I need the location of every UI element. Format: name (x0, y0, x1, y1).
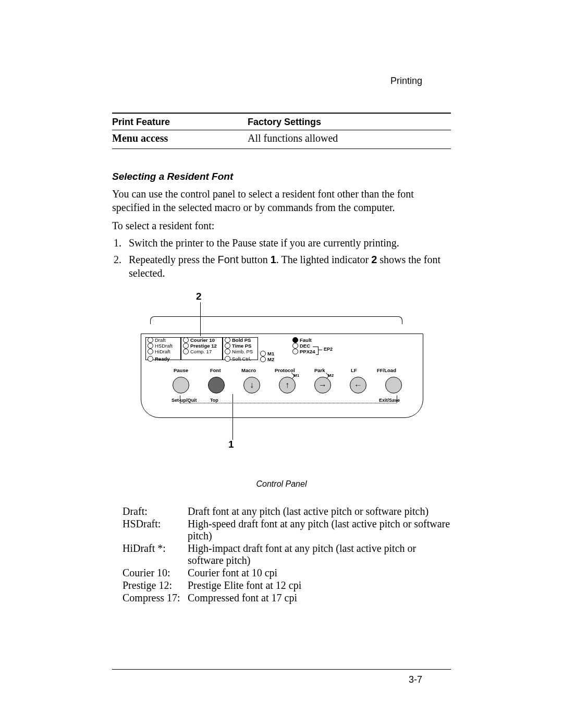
intro-paragraph: You can use the control panel to select … (112, 188, 451, 214)
btn-label-lf: LF (351, 367, 357, 373)
page-number: 3-7 (409, 674, 422, 685)
def-prestige12: Prestige 12:Prestige Elite font at 12 cp… (123, 579, 451, 591)
section-heading: Selecting a Resident Font (112, 171, 451, 182)
btn-label-protocol: Protocol (275, 367, 295, 373)
t: button (239, 254, 271, 265)
led-courier-10: Courier 10 (183, 337, 217, 343)
callout-line (232, 394, 233, 440)
up-arrow-icon: ↑ (285, 380, 289, 390)
callout-ref-2: 2 (371, 254, 377, 265)
under-label-setup: Set-up/Quit (172, 398, 197, 403)
header-section-label: Printing (390, 76, 422, 87)
col-header-factory-settings: Factory Settings (248, 117, 451, 128)
font-definitions: Draft:Draft font at any pitch (last acti… (123, 505, 451, 604)
table-row: Menu access All functions allowed (112, 130, 451, 149)
def-courier10: Courier 10:Courier font at 10 cpi (123, 567, 451, 579)
led-time-ps: Time PS (225, 343, 253, 349)
led-prestige-12: Prestige 12 (183, 343, 217, 349)
callout-ref-1: 1 (271, 254, 276, 265)
led-soft-ctrl: Soft Ctrl. (225, 356, 253, 362)
led-fault: Fault (292, 337, 315, 343)
park-button[interactable]: → (314, 377, 331, 393)
led-draft: Draft (148, 337, 173, 343)
led-m1: M1 (260, 351, 274, 356)
led-ppx24: PPX24 (292, 349, 315, 354)
def-hidraft: HiDraft *:High-impact draft font at any … (123, 542, 451, 566)
cell-all-functions: All functions allowed (248, 132, 451, 144)
t: . The lighted indicator (276, 254, 371, 265)
down-arrow-icon: ↓ (250, 380, 254, 390)
figure-caption: Control Panel (112, 479, 451, 489)
led-dec: DEC (292, 343, 315, 349)
left-arrow-icon: ← (354, 380, 362, 390)
under-label-top: Top (210, 398, 218, 403)
control-panel-diagram: 2 Draft HSDraft HiDraft Ready Courier 10… (141, 293, 422, 460)
steps-list: 1. Switch the printer to the Pause state… (112, 236, 451, 280)
lf-button[interactable]: ← (350, 377, 366, 393)
lead-in-text: To select a resident font: (112, 219, 451, 233)
panel-outline: Draft HSDraft HiDraft Ready Courier 10 P… (141, 334, 423, 418)
step-number: 2. (112, 253, 121, 280)
step-1: 1. Switch the printer to the Pause state… (112, 236, 451, 250)
ep2-label: EP2 (324, 347, 333, 352)
step-text: Repeatedly press the Font button 1. The … (129, 253, 451, 280)
macro-button[interactable]: ↓ (243, 377, 260, 393)
document-page: Printing Print Feature Factory Settings … (0, 0, 563, 728)
btn-label-macro: Macro (241, 367, 256, 373)
led-hsdraft: HSDraft (148, 343, 173, 349)
t: Repeatedly press the (129, 254, 218, 265)
led-comp-17: Comp. 17 (183, 349, 217, 354)
btn-label-park: Park (314, 367, 325, 373)
step-2: 2. Repeatedly press the Font button 1. T… (112, 253, 451, 280)
btn-label-font: Font (210, 367, 221, 373)
btn-label-ffload: FF/Load (377, 367, 396, 373)
step-number: 1. (112, 236, 121, 250)
led-nimb-ps: Nimb. PS (225, 349, 253, 354)
def-compress17: Compress 17:Compressed font at 17 cpi (123, 592, 451, 604)
def-draft: Draft:Draft font at any pitch (last acti… (123, 505, 451, 517)
pause-button[interactable] (173, 377, 189, 393)
led-hidraft: HiDraft (148, 349, 173, 354)
ffload-button[interactable] (385, 377, 402, 393)
font-button-ref: Font (218, 254, 239, 265)
cell-menu-access: Menu access (112, 132, 248, 144)
col-header-print-feature: Print Feature (112, 117, 248, 128)
table-header-row: Print Feature Factory Settings (112, 114, 451, 130)
buttons-row: ↓ ↑ → ← (173, 377, 402, 393)
footer-rule (112, 669, 451, 670)
protocol-button[interactable]: ↑ (279, 377, 296, 393)
callout-number-1: 1 (228, 439, 234, 450)
led-ready: Ready (148, 356, 173, 362)
btn-label-pause: Pause (174, 367, 188, 373)
def-hsdraft: HSDraft:High-speed draft font at any pit… (123, 518, 451, 542)
led-bold-ps: Bold PS (225, 337, 253, 343)
step-text: Switch the printer to the Pause state if… (129, 236, 451, 250)
font-button[interactable] (208, 377, 225, 393)
settings-table: Print Feature Factory Settings Menu acce… (112, 113, 451, 149)
brace-top (150, 316, 402, 324)
right-arrow-icon: → (319, 380, 327, 390)
led-m2: M2 (260, 356, 274, 362)
callout-number-2: 2 (196, 291, 202, 302)
